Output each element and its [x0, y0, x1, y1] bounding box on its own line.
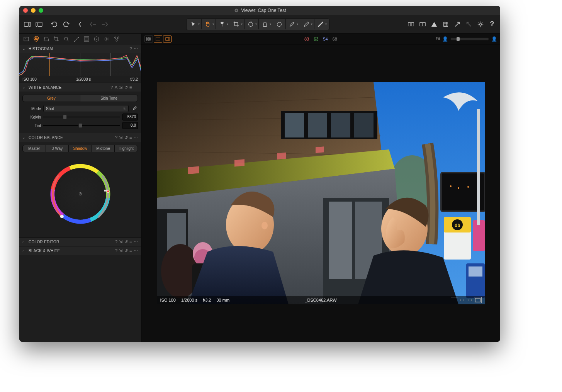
cb-tab-master[interactable]: Master: [23, 145, 46, 152]
histogram-header[interactable]: ⌄ HISTOGRAM ?⋯: [19, 44, 141, 53]
cb-tab-3way[interactable]: 3-Way: [46, 145, 69, 152]
tooltab-crop[interactable]: [52, 35, 61, 43]
panel-reset-icon[interactable]: ↺: [124, 239, 128, 244]
forward-button[interactable]: [100, 19, 110, 29]
grid-button[interactable]: [441, 19, 451, 29]
tooltab-nodes[interactable]: [112, 35, 121, 43]
person-icon[interactable]: 👤: [491, 36, 497, 42]
spot-tool[interactable]: [274, 19, 285, 29]
black-white-header[interactable]: › BLACK & WHITE ? ⇲ ↺ ≡ ⋯: [19, 246, 141, 255]
panel-menu-icon[interactable]: ≡: [129, 239, 132, 244]
rotate-tool[interactable]: [245, 19, 256, 29]
face-icon[interactable]: 👤: [442, 36, 448, 42]
svg-rect-5: [38, 22, 42, 26]
svg-rect-42: [146, 39, 148, 41]
overlay-filename: _DSC8462.ARW: [305, 298, 336, 302]
view-layout-2-button[interactable]: [34, 19, 44, 29]
help-button[interactable]: ?: [487, 19, 497, 29]
panel-copy-icon[interactable]: ⇲: [119, 239, 122, 244]
panel-help-icon[interactable]: ?: [115, 135, 117, 140]
svg-rect-76: [477, 109, 480, 225]
chevron-right-icon: ›: [22, 249, 27, 253]
panel-help-icon[interactable]: ?: [115, 239, 117, 244]
viewer-canvas[interactable]: db: [141, 44, 500, 342]
svg-rect-55: [308, 113, 327, 137]
view-mode-single[interactable]: [154, 36, 162, 42]
back-button[interactable]: [88, 19, 98, 29]
wb-tab-skin-tone[interactable]: Skin Tone: [80, 95, 138, 102]
histogram-graph: [19, 53, 141, 76]
keystone-tool[interactable]: [260, 19, 270, 29]
panel-copy-icon[interactable]: ⇲: [119, 248, 122, 253]
gradient-tool[interactable]: [315, 19, 326, 29]
overlay-rating-dots[interactable]: [451, 297, 482, 303]
color-wheel[interactable]: [46, 159, 115, 229]
panel-menu-icon[interactable]: ≡: [129, 85, 132, 90]
kelvin-value[interactable]: 5370: [122, 114, 138, 120]
warning-button[interactable]: [429, 19, 439, 29]
crop-tool[interactable]: [231, 19, 242, 29]
wb-mode-select[interactable]: Shot ⇅: [43, 105, 129, 112]
overlay-aperture: f/3.2: [203, 298, 211, 302]
picker-tool[interactable]: [301, 19, 312, 29]
tooltab-info[interactable]: [92, 35, 101, 43]
svg-rect-43: [149, 39, 151, 41]
panel-menu-icon[interactable]: ≡: [129, 135, 132, 140]
panel-copy-icon[interactable]: ⇲: [119, 135, 122, 140]
panel-reset-icon[interactable]: ↺: [124, 248, 128, 253]
white-balance-title: WHITE BALANCE: [29, 85, 110, 90]
tooltab-adjust[interactable]: [72, 35, 81, 43]
panel-reset-icon[interactable]: ↺: [124, 135, 128, 140]
panel-more-icon[interactable]: ⋯: [134, 248, 138, 253]
reset-button[interactable]: [76, 19, 87, 29]
panel-more-icon[interactable]: ⋯: [134, 85, 138, 90]
tint-slider[interactable]: [43, 123, 120, 128]
panel-menu-icon[interactable]: ≡: [129, 248, 132, 253]
eyedropper-button[interactable]: [131, 105, 138, 112]
pan-tool[interactable]: [202, 19, 213, 29]
select-tool[interactable]: [188, 19, 199, 29]
cb-tab-highlight[interactable]: Highlight: [115, 145, 138, 152]
tooltab-lens[interactable]: [42, 35, 51, 43]
panel-more-icon[interactable]: ⋯: [134, 239, 138, 244]
before-after-button[interactable]: [406, 19, 416, 29]
panel-reset-icon[interactable]: ↺: [124, 85, 128, 90]
panel-more-icon[interactable]: ⋯: [134, 135, 138, 140]
fill-tool[interactable]: [217, 19, 228, 29]
redo-button[interactable]: [61, 19, 71, 29]
brush-tool[interactable]: [287, 19, 297, 29]
color-balance-header[interactable]: ⌄ COLOR BALANCE ? ⇲ ↺ ≡ ⋯: [19, 133, 141, 142]
undo-button[interactable]: [49, 19, 59, 29]
panel-help-icon[interactable]: ?: [110, 85, 113, 90]
svg-point-69: [458, 187, 459, 189]
tooltab-color[interactable]: [32, 35, 41, 43]
cb-tab-shadow[interactable]: Shadow: [69, 145, 92, 152]
window-title: Viewer: Cap One Test: [24, 8, 496, 13]
photo-info-overlay: ISO 100 1/2000 s f/3.2 30 mm _DSC8462.AR…: [157, 296, 485, 304]
import-button[interactable]: [464, 19, 474, 29]
tooltab-library[interactable]: 1: [22, 35, 31, 43]
tint-value[interactable]: 0.8: [122, 122, 138, 129]
white-balance-header[interactable]: ⌄ WHITE BALANCE ? A ⇲ ↺ ≡ ⋯: [19, 83, 141, 92]
tooltab-metadata[interactable]: [82, 35, 91, 43]
view-mode-frame[interactable]: [163, 36, 171, 42]
export-button[interactable]: [452, 19, 462, 29]
panel-help-icon[interactable]: ?: [115, 248, 117, 253]
color-editor-header[interactable]: › COLOR EDITOR ? ⇲ ↺ ≡ ⋯: [19, 238, 141, 246]
svg-rect-46: [166, 38, 169, 40]
panel-auto-icon[interactable]: A: [115, 85, 118, 90]
settings-button[interactable]: [475, 19, 486, 29]
panel-copy-icon[interactable]: ⇲: [119, 85, 122, 90]
tooltab-gear[interactable]: [102, 35, 111, 43]
view-mode-grid[interactable]: [144, 36, 153, 42]
panel-more-icon[interactable]: ⋯: [134, 46, 138, 51]
cb-tab-midtone[interactable]: Midtone: [92, 145, 115, 152]
panel-help-icon[interactable]: ?: [129, 46, 132, 51]
kelvin-slider[interactable]: [43, 114, 120, 120]
tooltab-search[interactable]: [62, 35, 71, 43]
rgb-r-value: 83: [304, 37, 309, 41]
wb-tab-grey[interactable]: Grey: [23, 95, 80, 102]
zoom-slider[interactable]: [450, 37, 489, 41]
view-layout-1-button[interactable]: [22, 19, 32, 29]
compare-button[interactable]: [418, 19, 428, 29]
